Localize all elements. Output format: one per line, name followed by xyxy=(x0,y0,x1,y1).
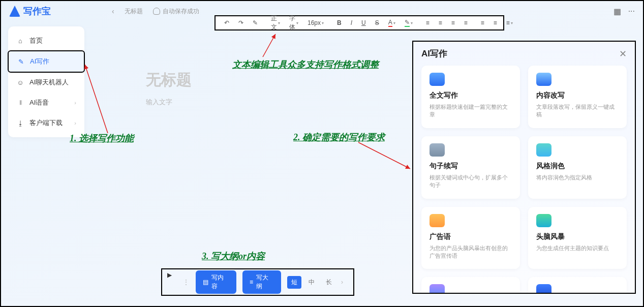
card-icon xyxy=(536,73,551,86)
sidebar-item-label: AI聊天机器人 xyxy=(29,78,69,87)
card-title: 句子续写 xyxy=(430,162,512,171)
ai-card-brainstorm[interactable]: 头脑风暴 为您生成任何主题的知识要点 xyxy=(528,207,627,269)
card-title: 广告语 xyxy=(430,232,512,241)
sidebar-item-label: 客户端下载 xyxy=(29,118,63,128)
doc-icon: ▤ xyxy=(203,279,208,286)
unordered-list-button[interactable]: ≡ xyxy=(491,19,500,26)
card-title: 头脑风暴 xyxy=(536,232,619,241)
sidebar-item-download[interactable]: ⭳ 客户端下载 › xyxy=(8,113,84,133)
logo-icon xyxy=(9,6,20,17)
write-outline-label: 写大纲 xyxy=(256,273,274,291)
align-right-button[interactable]: ≡ xyxy=(449,19,457,26)
align-justify-button[interactable]: ≡ xyxy=(462,19,470,26)
home-icon: ⌂ xyxy=(16,37,24,45)
grid-icon[interactable]: ▦ xyxy=(614,7,621,16)
card-icon xyxy=(430,143,445,157)
length-medium[interactable]: 中 xyxy=(304,276,319,289)
ai-card-full-writing[interactable]: 全文写作 根据标题快速创建一篇完整的文章 xyxy=(421,66,520,128)
card-icon xyxy=(430,284,445,294)
strike-button[interactable]: S xyxy=(373,19,382,26)
card-icon xyxy=(430,73,445,86)
card-icon xyxy=(536,214,551,227)
sidebar-item-label: AI语音 xyxy=(29,98,49,107)
card-icon xyxy=(536,143,551,157)
redo-button[interactable]: ↷ xyxy=(236,19,246,26)
ai-card-continue[interactable]: 句子续写 根据关键词或中心句，扩展多个句子 xyxy=(421,136,520,199)
bold-button[interactable]: B xyxy=(334,19,344,26)
drag-handle-icon[interactable]: ⋮ xyxy=(182,278,190,286)
cloud-icon xyxy=(153,8,160,15)
card-desc: 根据标题快速创建一篇完整的文章 xyxy=(430,103,512,119)
arrow-1 xyxy=(82,62,113,133)
ordered-list-button[interactable]: ≡ xyxy=(478,19,487,26)
autosave-text: 自动保存成功 xyxy=(163,7,199,16)
play-icon: ▶ xyxy=(167,271,172,279)
card-title: 内容改写 xyxy=(536,91,619,100)
undo-button[interactable]: ↶ xyxy=(222,19,232,26)
list-icon: ≡ xyxy=(250,279,253,286)
sidebar-item-ai-write[interactable]: ✎ AI写作 xyxy=(8,50,85,73)
sidebar-item-label: 首页 xyxy=(29,36,43,45)
card-desc: 为您的产品头脑风暴出有创意的广告宣传语 xyxy=(430,244,512,260)
ai-panel-header: AI写作 ✕ xyxy=(421,48,627,59)
align-left-button[interactable]: ≡ xyxy=(423,19,432,26)
ai-panel: AI写作 ✕ 全文写作 根据标题快速创建一篇完整的文章 内容改写 文章段落改写，… xyxy=(412,41,636,294)
download-icon: ⭳ xyxy=(16,119,24,127)
ai-card-grid: 全文写作 根据标题快速创建一篇完整的文章 内容改写 文章段落改写，保留原义一键成… xyxy=(421,66,627,294)
ai-panel-title: AI写作 xyxy=(421,48,447,59)
sidebar-item-chat[interactable]: ☺ AI聊天机器人 xyxy=(8,72,84,93)
length-selector: 短 中 长 › xyxy=(287,276,345,289)
length-long[interactable]: 长 xyxy=(322,276,336,289)
ai-card-extra-2[interactable] xyxy=(528,277,627,294)
card-desc: 文章段落改写，保留原义一键成稿 xyxy=(536,103,619,119)
voice-icon: ⦀ xyxy=(16,99,24,107)
font-color-button[interactable]: A▾ xyxy=(386,19,398,27)
breadcrumb: ‹ 无标题 自动保存成功 xyxy=(112,7,199,16)
chevron-right-icon[interactable]: › xyxy=(339,279,345,286)
write-content-button[interactable]: ▤ 写内容 xyxy=(196,270,236,294)
chevron-right-icon: › xyxy=(74,100,76,106)
app-name: 写作宝 xyxy=(23,5,51,17)
card-desc: 根据关键词或中心句，扩展多个句子 xyxy=(430,174,512,190)
card-icon xyxy=(430,214,445,227)
card-icon xyxy=(536,284,551,294)
write-content-label: 写内容 xyxy=(211,273,229,291)
header-actions: ▦ ··· xyxy=(614,7,635,16)
sidebar: ⌂ 首页 ✎ AI写作 ☺ AI聊天机器人 ⦀ AI语音 › ⭳ 客户端下载 › xyxy=(8,26,84,137)
close-icon[interactable]: ✕ xyxy=(619,48,627,59)
body-input[interactable]: 输入文字 xyxy=(146,98,409,107)
align-center-button[interactable]: ≡ xyxy=(436,19,445,26)
chevron-right-icon: › xyxy=(74,120,76,126)
autosave-status: 自动保存成功 xyxy=(153,7,199,16)
italic-button[interactable]: I xyxy=(348,19,355,26)
ai-card-extra-1[interactable] xyxy=(421,277,520,294)
sidebar-item-voice[interactable]: ⦀ AI语音 › xyxy=(8,93,84,113)
back-button[interactable]: ‹ xyxy=(112,7,114,15)
editor-toolbar: ↶ ↷ ✎ 正文▾ 字体▾ 16px▾ B I U S A▾ ✎▾ ≡ ≡ ≡ … xyxy=(214,15,504,30)
size-select[interactable]: 16px▾ xyxy=(305,19,326,26)
length-short[interactable]: 短 xyxy=(287,276,301,289)
sidebar-item-label: AI写作 xyxy=(30,57,49,66)
card-title: 风格润色 xyxy=(536,162,619,171)
ai-card-slogan[interactable]: 广告语 为您的产品头脑风暴出有创意的广告宣传语 xyxy=(421,207,520,269)
write-outline-button[interactable]: ≡ 写大纲 xyxy=(242,270,281,294)
format-brush-button[interactable]: ✎ xyxy=(250,19,260,26)
editor-area: 无标题 输入文字 xyxy=(131,44,409,298)
title-input[interactable]: 无标题 xyxy=(146,70,409,90)
ai-card-rewrite[interactable]: 内容改写 文章段落改写，保留原义一键成稿 xyxy=(528,66,627,128)
doc-title-crumb[interactable]: 无标题 xyxy=(125,7,143,16)
pencil-icon: ✎ xyxy=(17,57,25,66)
underline-button[interactable]: U xyxy=(359,19,369,26)
more-icon[interactable]: ··· xyxy=(628,7,635,16)
action-bar: ▶ ⋮ ▤ 写内容 ≡ 写大纲 短 中 长 › xyxy=(161,268,354,296)
highlight-button[interactable]: ✎▾ xyxy=(402,19,415,27)
chat-icon: ☺ xyxy=(16,78,24,86)
logo: 写作宝 xyxy=(9,5,51,17)
card-title: 全文写作 xyxy=(430,91,512,100)
ai-card-polish[interactable]: 风格润色 将内容润色为指定风格 xyxy=(528,136,627,199)
font-select[interactable]: 字体▾ xyxy=(287,14,301,32)
card-desc: 将内容润色为指定风格 xyxy=(536,174,619,181)
indent-button[interactable]: ≡▾ xyxy=(504,19,515,26)
sidebar-item-home[interactable]: ⌂ 首页 xyxy=(8,30,84,51)
heading-select[interactable]: 正文▾ xyxy=(268,14,283,32)
